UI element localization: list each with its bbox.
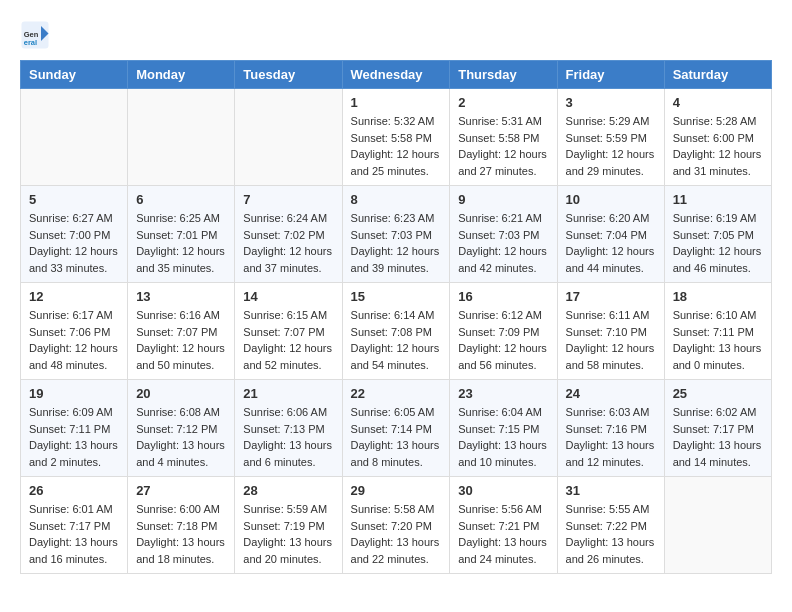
- calendar-cell: 21Sunrise: 6:06 AM Sunset: 7:13 PM Dayli…: [235, 380, 342, 477]
- day-info: Sunrise: 6:15 AM Sunset: 7:07 PM Dayligh…: [243, 307, 333, 373]
- day-number: 20: [136, 386, 226, 401]
- calendar-header-row: SundayMondayTuesdayWednesdayThursdayFrid…: [21, 61, 772, 89]
- calendar-week-row: 19Sunrise: 6:09 AM Sunset: 7:11 PM Dayli…: [21, 380, 772, 477]
- day-number: 15: [351, 289, 442, 304]
- day-number: 10: [566, 192, 656, 207]
- day-info: Sunrise: 6:27 AM Sunset: 7:00 PM Dayligh…: [29, 210, 119, 276]
- calendar-week-row: 5Sunrise: 6:27 AM Sunset: 7:00 PM Daylig…: [21, 186, 772, 283]
- day-number: 25: [673, 386, 763, 401]
- calendar-cell: 4Sunrise: 5:28 AM Sunset: 6:00 PM Daylig…: [664, 89, 771, 186]
- calendar-cell: [664, 477, 771, 574]
- day-number: 26: [29, 483, 119, 498]
- calendar-cell: 29Sunrise: 5:58 AM Sunset: 7:20 PM Dayli…: [342, 477, 450, 574]
- calendar-cell: 28Sunrise: 5:59 AM Sunset: 7:19 PM Dayli…: [235, 477, 342, 574]
- day-number: 13: [136, 289, 226, 304]
- day-info: Sunrise: 6:12 AM Sunset: 7:09 PM Dayligh…: [458, 307, 548, 373]
- calendar-cell: 24Sunrise: 6:03 AM Sunset: 7:16 PM Dayli…: [557, 380, 664, 477]
- day-info: Sunrise: 5:28 AM Sunset: 6:00 PM Dayligh…: [673, 113, 763, 179]
- calendar-cell: 25Sunrise: 6:02 AM Sunset: 7:17 PM Dayli…: [664, 380, 771, 477]
- calendar-cell: 12Sunrise: 6:17 AM Sunset: 7:06 PM Dayli…: [21, 283, 128, 380]
- day-number: 19: [29, 386, 119, 401]
- day-info: Sunrise: 6:19 AM Sunset: 7:05 PM Dayligh…: [673, 210, 763, 276]
- calendar-cell: 2Sunrise: 5:31 AM Sunset: 5:58 PM Daylig…: [450, 89, 557, 186]
- day-info: Sunrise: 5:31 AM Sunset: 5:58 PM Dayligh…: [458, 113, 548, 179]
- calendar-cell: 19Sunrise: 6:09 AM Sunset: 7:11 PM Dayli…: [21, 380, 128, 477]
- day-info: Sunrise: 6:17 AM Sunset: 7:06 PM Dayligh…: [29, 307, 119, 373]
- calendar-week-row: 26Sunrise: 6:01 AM Sunset: 7:17 PM Dayli…: [21, 477, 772, 574]
- day-info: Sunrise: 6:20 AM Sunset: 7:04 PM Dayligh…: [566, 210, 656, 276]
- calendar-cell: 20Sunrise: 6:08 AM Sunset: 7:12 PM Dayli…: [128, 380, 235, 477]
- day-header-monday: Monday: [128, 61, 235, 89]
- day-number: 7: [243, 192, 333, 207]
- day-info: Sunrise: 6:04 AM Sunset: 7:15 PM Dayligh…: [458, 404, 548, 470]
- day-header-saturday: Saturday: [664, 61, 771, 89]
- day-number: 16: [458, 289, 548, 304]
- calendar-cell: [128, 89, 235, 186]
- day-number: 17: [566, 289, 656, 304]
- calendar-cell: 31Sunrise: 5:55 AM Sunset: 7:22 PM Dayli…: [557, 477, 664, 574]
- day-number: 29: [351, 483, 442, 498]
- day-info: Sunrise: 5:59 AM Sunset: 7:19 PM Dayligh…: [243, 501, 333, 567]
- day-info: Sunrise: 6:14 AM Sunset: 7:08 PM Dayligh…: [351, 307, 442, 373]
- calendar-cell: 27Sunrise: 6:00 AM Sunset: 7:18 PM Dayli…: [128, 477, 235, 574]
- day-number: 22: [351, 386, 442, 401]
- day-number: 31: [566, 483, 656, 498]
- day-number: 30: [458, 483, 548, 498]
- day-number: 9: [458, 192, 548, 207]
- logo-icon: Gen eral: [20, 20, 50, 50]
- day-info: Sunrise: 6:10 AM Sunset: 7:11 PM Dayligh…: [673, 307, 763, 373]
- day-number: 14: [243, 289, 333, 304]
- calendar-cell: 5Sunrise: 6:27 AM Sunset: 7:00 PM Daylig…: [21, 186, 128, 283]
- day-number: 3: [566, 95, 656, 110]
- day-info: Sunrise: 5:56 AM Sunset: 7:21 PM Dayligh…: [458, 501, 548, 567]
- day-number: 21: [243, 386, 333, 401]
- day-header-friday: Friday: [557, 61, 664, 89]
- calendar-cell: 17Sunrise: 6:11 AM Sunset: 7:10 PM Dayli…: [557, 283, 664, 380]
- day-number: 24: [566, 386, 656, 401]
- calendar-cell: [21, 89, 128, 186]
- day-info: Sunrise: 5:32 AM Sunset: 5:58 PM Dayligh…: [351, 113, 442, 179]
- day-header-tuesday: Tuesday: [235, 61, 342, 89]
- day-info: Sunrise: 5:58 AM Sunset: 7:20 PM Dayligh…: [351, 501, 442, 567]
- calendar-cell: 26Sunrise: 6:01 AM Sunset: 7:17 PM Dayli…: [21, 477, 128, 574]
- calendar-cell: 18Sunrise: 6:10 AM Sunset: 7:11 PM Dayli…: [664, 283, 771, 380]
- svg-text:eral: eral: [24, 38, 37, 47]
- day-info: Sunrise: 6:02 AM Sunset: 7:17 PM Dayligh…: [673, 404, 763, 470]
- calendar-week-row: 1Sunrise: 5:32 AM Sunset: 5:58 PM Daylig…: [21, 89, 772, 186]
- day-number: 8: [351, 192, 442, 207]
- day-number: 4: [673, 95, 763, 110]
- day-info: Sunrise: 6:00 AM Sunset: 7:18 PM Dayligh…: [136, 501, 226, 567]
- calendar-cell: 10Sunrise: 6:20 AM Sunset: 7:04 PM Dayli…: [557, 186, 664, 283]
- day-number: 23: [458, 386, 548, 401]
- day-header-sunday: Sunday: [21, 61, 128, 89]
- calendar-cell: [235, 89, 342, 186]
- day-info: Sunrise: 6:25 AM Sunset: 7:01 PM Dayligh…: [136, 210, 226, 276]
- day-number: 1: [351, 95, 442, 110]
- calendar-cell: 9Sunrise: 6:21 AM Sunset: 7:03 PM Daylig…: [450, 186, 557, 283]
- day-number: 18: [673, 289, 763, 304]
- day-number: 11: [673, 192, 763, 207]
- page-header: Gen eral: [20, 20, 772, 50]
- day-info: Sunrise: 6:08 AM Sunset: 7:12 PM Dayligh…: [136, 404, 226, 470]
- day-number: 2: [458, 95, 548, 110]
- logo: Gen eral: [20, 20, 54, 50]
- day-info: Sunrise: 6:11 AM Sunset: 7:10 PM Dayligh…: [566, 307, 656, 373]
- calendar-week-row: 12Sunrise: 6:17 AM Sunset: 7:06 PM Dayli…: [21, 283, 772, 380]
- day-info: Sunrise: 6:16 AM Sunset: 7:07 PM Dayligh…: [136, 307, 226, 373]
- calendar-cell: 14Sunrise: 6:15 AM Sunset: 7:07 PM Dayli…: [235, 283, 342, 380]
- day-number: 28: [243, 483, 333, 498]
- day-info: Sunrise: 6:05 AM Sunset: 7:14 PM Dayligh…: [351, 404, 442, 470]
- calendar-cell: 16Sunrise: 6:12 AM Sunset: 7:09 PM Dayli…: [450, 283, 557, 380]
- day-number: 6: [136, 192, 226, 207]
- day-info: Sunrise: 6:24 AM Sunset: 7:02 PM Dayligh…: [243, 210, 333, 276]
- day-info: Sunrise: 5:29 AM Sunset: 5:59 PM Dayligh…: [566, 113, 656, 179]
- calendar-cell: 13Sunrise: 6:16 AM Sunset: 7:07 PM Dayli…: [128, 283, 235, 380]
- day-info: Sunrise: 6:03 AM Sunset: 7:16 PM Dayligh…: [566, 404, 656, 470]
- calendar-cell: 30Sunrise: 5:56 AM Sunset: 7:21 PM Dayli…: [450, 477, 557, 574]
- calendar-cell: 11Sunrise: 6:19 AM Sunset: 7:05 PM Dayli…: [664, 186, 771, 283]
- calendar-cell: 7Sunrise: 6:24 AM Sunset: 7:02 PM Daylig…: [235, 186, 342, 283]
- day-info: Sunrise: 6:23 AM Sunset: 7:03 PM Dayligh…: [351, 210, 442, 276]
- calendar-cell: 22Sunrise: 6:05 AM Sunset: 7:14 PM Dayli…: [342, 380, 450, 477]
- calendar-cell: 1Sunrise: 5:32 AM Sunset: 5:58 PM Daylig…: [342, 89, 450, 186]
- day-info: Sunrise: 6:06 AM Sunset: 7:13 PM Dayligh…: [243, 404, 333, 470]
